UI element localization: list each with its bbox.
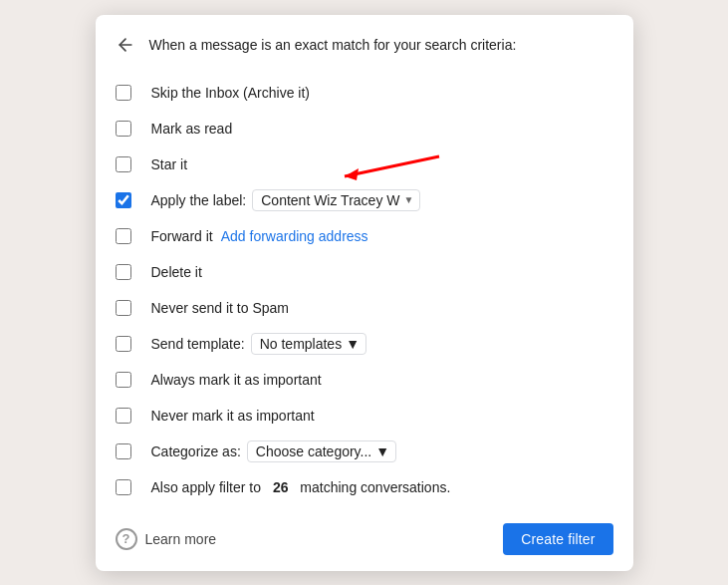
- template-dropdown-value: No templates: [260, 336, 342, 352]
- always-important-checkbox[interactable]: [116, 372, 131, 388]
- label-dropdown[interactable]: Content Wiz Tracey W ▼: [252, 189, 420, 211]
- delete-it-checkbox[interactable]: [116, 264, 131, 280]
- send-template-row: Send template: No templates ▼: [116, 326, 613, 362]
- forward-it-row: Forward it Add forwarding address: [116, 218, 613, 254]
- apply-label-row: Apply the label: Content Wiz Tracey W ▼: [116, 182, 613, 218]
- category-dropdown-value: Choose category...: [256, 443, 371, 459]
- also-apply-label[interactable]: Also apply filter to 26 matching convers…: [151, 479, 451, 495]
- never-important-row: Never mark it as important: [116, 398, 613, 434]
- star-it-row: Star it: [116, 146, 613, 182]
- never-spam-row: Never send it to Spam: [116, 290, 613, 326]
- dialog-header: When a message is an exact match for you…: [96, 15, 633, 67]
- learn-more-section: ? Learn more: [116, 528, 217, 550]
- categorize-row: Categorize as: Choose category... ▼: [116, 434, 613, 469]
- category-dropdown[interactable]: Choose category... ▼: [247, 440, 396, 462]
- filter-dialog: When a message is an exact match for you…: [96, 15, 633, 571]
- forward-it-label: Forward it Add forwarding address: [151, 228, 368, 244]
- always-important-row: Always mark it as important: [116, 362, 613, 398]
- skip-inbox-checkbox[interactable]: [116, 85, 131, 101]
- mark-read-checkbox[interactable]: [116, 121, 131, 137]
- categorize-label: Categorize as: Choose category... ▼: [151, 440, 397, 462]
- forward-it-checkbox[interactable]: [116, 228, 131, 244]
- also-apply-prefix: Also apply filter to: [151, 479, 262, 495]
- apply-label-text: Apply the label: Content Wiz Tracey W ▼: [151, 189, 421, 211]
- label-dropdown-value: Content Wiz Tracey W: [261, 192, 399, 208]
- category-dropdown-caret: ▼: [375, 443, 389, 459]
- never-important-checkbox[interactable]: [116, 408, 131, 424]
- help-icon[interactable]: ?: [116, 528, 137, 550]
- never-important-label[interactable]: Never mark it as important: [151, 408, 315, 424]
- add-forwarding-link[interactable]: Add forwarding address: [221, 228, 368, 244]
- dialog-body: Skip the Inbox (Archive it) Mark as read…: [96, 67, 633, 513]
- delete-it-label[interactable]: Delete it: [151, 264, 202, 280]
- never-spam-checkbox[interactable]: [116, 300, 131, 316]
- learn-more-link[interactable]: Learn more: [145, 531, 217, 547]
- star-it-checkbox[interactable]: [116, 156, 131, 172]
- back-button[interactable]: [112, 31, 139, 59]
- skip-inbox-row: Skip the Inbox (Archive it): [116, 75, 613, 111]
- also-apply-count: 26: [273, 479, 289, 495]
- template-dropdown-caret: ▼: [346, 336, 360, 352]
- delete-it-row: Delete it: [116, 254, 613, 290]
- header-description: When a message is an exact match for you…: [149, 37, 517, 53]
- create-filter-button[interactable]: Create filter: [503, 523, 612, 555]
- label-dropdown-caret: ▼: [404, 194, 414, 205]
- categorize-checkbox[interactable]: [116, 443, 131, 459]
- also-apply-suffix: matching conversations.: [300, 479, 450, 495]
- apply-label-prefix: Apply the label:: [151, 192, 247, 208]
- forward-it-text: Forward it: [151, 228, 213, 244]
- never-spam-label[interactable]: Never send it to Spam: [151, 300, 290, 316]
- dialog-footer: ? Learn more Create filter: [96, 513, 633, 571]
- apply-label-checkbox[interactable]: [116, 192, 131, 208]
- categorize-text: Categorize as:: [151, 443, 241, 459]
- mark-read-label[interactable]: Mark as read: [151, 121, 233, 137]
- send-template-text: Send template:: [151, 336, 245, 352]
- always-important-label[interactable]: Always mark it as important: [151, 372, 322, 388]
- star-it-label[interactable]: Star it: [151, 156, 188, 172]
- send-template-checkbox[interactable]: [116, 336, 131, 352]
- help-icon-label: ?: [122, 531, 130, 546]
- also-apply-checkbox[interactable]: [116, 479, 131, 495]
- mark-read-row: Mark as read: [116, 111, 613, 146]
- also-apply-row: Also apply filter to 26 matching convers…: [116, 469, 613, 505]
- template-dropdown[interactable]: No templates ▼: [251, 333, 366, 355]
- send-template-label: Send template: No templates ▼: [151, 333, 367, 355]
- skip-inbox-label[interactable]: Skip the Inbox (Archive it): [151, 85, 311, 101]
